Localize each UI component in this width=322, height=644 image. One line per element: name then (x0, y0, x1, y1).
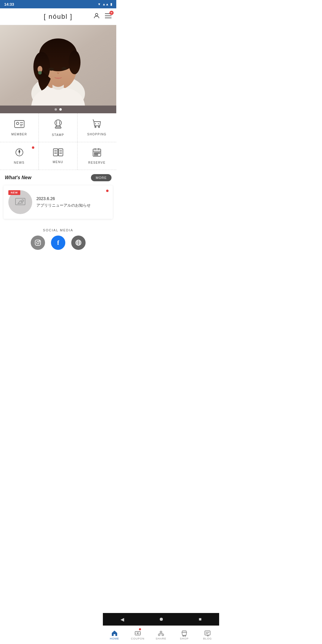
dot-1[interactable] (55, 108, 57, 111)
svg-point-17 (16, 122, 19, 125)
grid-menu-row1: MEMBER STAMP (0, 113, 116, 142)
svg-point-0 (95, 13, 98, 16)
svg-rect-23 (55, 127, 61, 128)
instagram-icon[interactable] (31, 236, 45, 250)
menu-item-menu[interactable]: MENU (39, 142, 78, 170)
news-notification-dot (32, 146, 34, 149)
social-icons: f (0, 236, 116, 250)
svg-rect-31 (58, 149, 63, 156)
svg-rect-43 (94, 152, 96, 154)
menu-item-reserve[interactable]: RESERVE (78, 142, 116, 170)
menu-icon[interactable]: N (104, 12, 112, 21)
time: 14:33 (4, 2, 14, 7)
svg-rect-16 (15, 120, 24, 128)
notification-badge: N (109, 11, 114, 15)
social-title: SOCIAL MEDIA (0, 228, 116, 232)
dot-2[interactable] (59, 108, 62, 111)
svg-point-54 (39, 241, 40, 242)
signal-icon: ▲▲ (102, 2, 109, 6)
svg-rect-48 (16, 198, 25, 205)
menu-label: MENU (53, 160, 63, 164)
news-icon (15, 148, 24, 159)
news-date: 2023.6.26 (36, 196, 108, 201)
header-icons: N (93, 12, 112, 21)
menu-item-stamp[interactable]: STAMP (39, 113, 78, 142)
website-icon[interactable] (71, 236, 86, 250)
svg-point-11 (69, 50, 80, 74)
svg-rect-47 (96, 154, 98, 155)
news-content: 2023.6.26 アプリリニューアルのお知らせ (36, 196, 108, 208)
grid-menu-row2: NEWS MENU (0, 142, 116, 170)
main-content: MEMBER STAMP (0, 25, 116, 285)
menu-book-icon (53, 148, 64, 159)
svg-point-50 (22, 200, 24, 202)
hero-banner (0, 25, 116, 106)
stamp-label: STAMP (52, 133, 64, 137)
svg-point-26 (95, 126, 96, 128)
svg-point-13 (38, 71, 42, 75)
social-media-section: SOCIAL MEDIA f (0, 224, 116, 252)
new-badge: NEW (8, 190, 20, 195)
more-button[interactable]: MORE (91, 174, 112, 181)
stamp-icon (54, 119, 63, 131)
svg-rect-44 (96, 152, 98, 154)
status-bar: 14:33 ▼ ▲▲ ▮ (0, 0, 116, 8)
member-icon (14, 119, 25, 131)
svg-point-27 (98, 126, 100, 128)
profile-icon[interactable] (93, 12, 100, 21)
reserve-label: RESERVE (88, 161, 106, 164)
news-card[interactable]: NEW 2023.6.26 アプリリニューアルのお知らせ (4, 185, 113, 219)
member-label: MEMBER (11, 133, 27, 136)
news-label: NEWS (14, 161, 25, 164)
menu-item-member[interactable]: MEMBER (0, 113, 39, 142)
reserve-icon (92, 148, 102, 159)
status-icons: ▼ ▲▲ ▮ (97, 2, 112, 6)
carousel-dots (0, 106, 116, 113)
svg-point-53 (37, 242, 39, 244)
menu-item-news[interactable]: NEWS (0, 142, 39, 170)
shopping-label: SHOPPING (87, 133, 107, 136)
facebook-icon[interactable]: f (51, 236, 65, 250)
svg-point-15 (61, 67, 67, 70)
svg-rect-46 (94, 154, 96, 155)
whats-new-title: What's New (5, 175, 31, 180)
menu-item-shopping[interactable]: SHOPPING (78, 113, 116, 142)
battery-icon: ▮ (110, 2, 112, 6)
news-thumbnail: NEW (8, 190, 32, 214)
news-text: アプリリニューアルのお知らせ (36, 203, 108, 208)
app-logo: [ nóubl ] (44, 13, 72, 21)
svg-rect-45 (98, 152, 100, 154)
whats-new-header: What's New MORE (0, 170, 116, 185)
svg-point-14 (49, 68, 54, 71)
svg-rect-30 (53, 149, 58, 156)
shopping-icon (92, 119, 102, 131)
news-unread-dot (106, 190, 109, 192)
header: [ nóubl ] N (0, 8, 116, 25)
svg-point-21 (55, 120, 61, 126)
wifi-icon: ▼ (97, 2, 101, 6)
